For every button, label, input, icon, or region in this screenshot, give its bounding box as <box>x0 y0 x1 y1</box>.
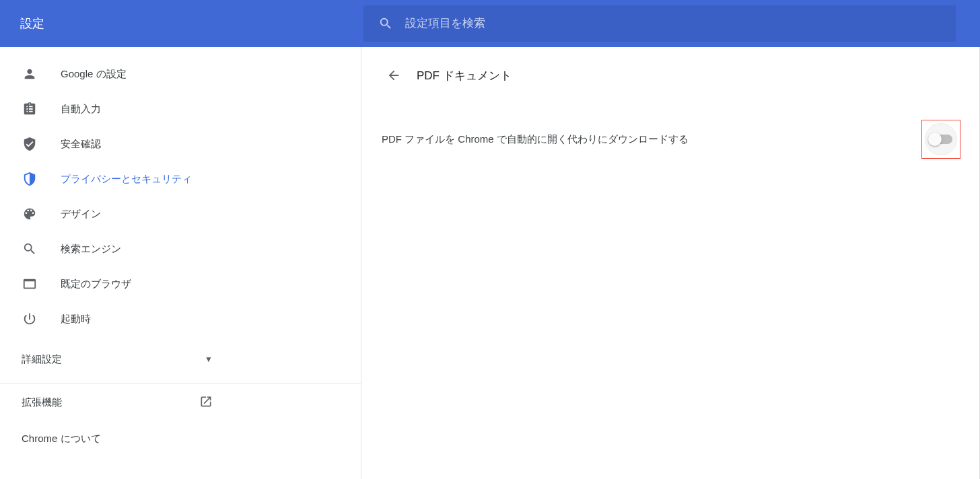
sidebar-item-search-engine[interactable]: 検索エンジン <box>0 231 361 266</box>
sidebar-item-google[interactable]: Google の設定 <box>0 57 361 91</box>
shield-icon <box>22 171 38 187</box>
app-title: 設定 <box>20 15 363 32</box>
palette-icon <box>22 206 38 222</box>
sidebar-item-privacy[interactable]: プライバシーとセキュリティ <box>0 161 361 196</box>
advanced-toggle[interactable]: 詳細設定 ▼ <box>0 342 361 377</box>
sidebar-item-label: Google の設定 <box>61 68 127 81</box>
chevron-down-icon: ▼ <box>205 355 213 364</box>
search-box[interactable] <box>363 5 956 42</box>
sidebar-item-label: 自動入力 <box>61 103 101 116</box>
advanced-label: 詳細設定 <box>22 353 62 366</box>
extensions-label: 拡張機能 <box>22 396 62 409</box>
sidebar-item-safety[interactable]: 安全確認 <box>0 126 361 161</box>
sidebar-item-default-browser[interactable]: 既定のブラウザ <box>0 266 361 301</box>
clipboard-icon <box>22 101 38 117</box>
search-input[interactable] <box>405 17 941 30</box>
header-bar: 設定 <box>0 0 980 47</box>
setting-label: PDF ファイルを Chrome で自動的に開く代わりにダウンロードする <box>382 133 689 146</box>
back-button[interactable] <box>382 63 406 87</box>
sidebar-item-label: 既定のブラウザ <box>61 278 131 291</box>
sidebar-item-label: プライバシーとセキュリティ <box>61 173 192 186</box>
extensions-link[interactable]: 拡張機能 <box>0 384 361 420</box>
sidebar-item-label: 起動時 <box>61 313 91 326</box>
highlight-box <box>921 120 960 159</box>
sidebar-item-design[interactable]: デザイン <box>0 196 361 231</box>
page-title: PDF ドキュメント <box>417 68 512 83</box>
search-icon <box>378 16 393 31</box>
content-header: PDF ドキュメント <box>361 63 979 87</box>
about-label: Chrome について <box>22 433 101 445</box>
sidebar-item-label: デザイン <box>61 208 101 221</box>
sidebar-item-label: 検索エンジン <box>61 243 121 256</box>
sidebar-item-startup[interactable]: 起動時 <box>0 301 361 336</box>
browser-icon <box>22 276 38 292</box>
switch-track <box>930 135 952 144</box>
pdf-download-setting: PDF ファイルを Chrome で自動的に開く代わりにダウンロードする <box>361 120 979 159</box>
about-chrome-link[interactable]: Chrome について <box>0 420 361 457</box>
search-icon <box>22 241 38 257</box>
person-icon <box>22 66 38 82</box>
switch-knob <box>928 133 942 146</box>
sidebar-item-label: 安全確認 <box>61 138 101 151</box>
pdf-download-toggle[interactable] <box>925 123 957 155</box>
content-panel: PDF ドキュメント PDF ファイルを Chrome で自動的に開く代わりにダ… <box>361 47 980 479</box>
arrow-back-icon <box>386 68 401 83</box>
shield-check-icon <box>22 136 38 152</box>
power-icon <box>22 311 38 327</box>
sidebar-item-autofill[interactable]: 自動入力 <box>0 91 361 126</box>
open-external-icon <box>199 395 213 410</box>
sidebar: Google の設定 自動入力 安全確認 プライバシーとセキュリティ デザイン <box>0 47 361 479</box>
